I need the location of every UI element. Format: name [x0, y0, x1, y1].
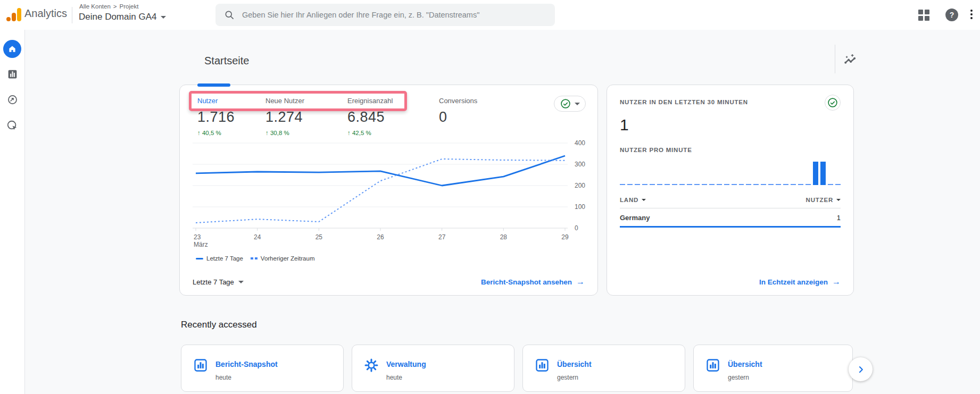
svg-text:23: 23 — [194, 233, 201, 241]
metric-label[interactable]: Ereignisanzahl — [347, 97, 393, 105]
metric-tab-nutzer[interactable]: Nutzer 1.716 ↑ 40,5 % — [197, 93, 235, 136]
property-selector[interactable]: Deine Domain GA4 — [79, 12, 166, 22]
svg-text:28: 28 — [500, 233, 508, 241]
minute-baseline-dash — [761, 184, 766, 185]
metric-value: 1.274 — [265, 109, 304, 125]
sidebar-item-explore[interactable] — [2, 89, 23, 110]
breadcrumb-property[interactable]: Projekt — [120, 3, 139, 10]
recent-card-label[interactable]: Übersicht — [728, 360, 762, 368]
minute-baseline-dash — [635, 184, 640, 185]
product-name: Analytics — [24, 7, 67, 20]
sidebar-item-home[interactable] — [2, 38, 23, 60]
minute-baseline-dash — [627, 184, 633, 185]
metric-tab-conversions[interactable]: Conversions 0 — [439, 93, 477, 125]
arrow-right-icon: → — [832, 277, 841, 287]
arrow-right-icon: → — [576, 277, 585, 287]
svg-text:27: 27 — [438, 233, 446, 241]
realtime-table-header: LAND NUTZER — [620, 197, 841, 208]
recent-card-label[interactable]: Verwaltung — [386, 360, 426, 368]
legend-item-previous: Vorheriger Zeitraum — [251, 255, 315, 262]
minute-baseline-dash — [739, 184, 744, 185]
report-snapshot-link[interactable]: Bericht-Snapshot ansehen → — [481, 277, 585, 287]
minute-bar — [820, 162, 826, 185]
sidebar-item-reports[interactable] — [2, 63, 23, 85]
minute-baseline-dash — [835, 184, 841, 185]
home-overview-card: Nutzer 1.716 ↑ 40,5 % Neue Nutzer 1.274 … — [179, 85, 598, 296]
metric-value: 6.845 — [347, 109, 393, 125]
minute-baseline-dash — [642, 184, 647, 185]
help-icon[interactable]: ? — [945, 9, 958, 21]
gear-icon — [364, 358, 379, 373]
breadcrumb-account[interactable]: Alle Konten — [79, 3, 111, 10]
topbar-divider — [72, 7, 72, 23]
svg-text:26: 26 — [377, 233, 384, 241]
realtime-status-button[interactable] — [825, 95, 841, 111]
metric-label[interactable]: Nutzer — [197, 97, 235, 105]
minute-baseline-dash — [828, 184, 833, 185]
minute-baseline-dash — [768, 184, 774, 185]
recent-card-verwaltung[interactable]: Verwaltung heute — [352, 345, 514, 392]
users-column-header[interactable]: NUTZER — [806, 197, 841, 203]
svg-text:400: 400 — [575, 139, 585, 147]
search-bar[interactable] — [215, 4, 555, 26]
top-app-bar: Analytics Alle Konten > Projekt Deine Do… — [0, 0, 980, 30]
search-input[interactable] — [242, 11, 546, 19]
insights-divider — [835, 45, 835, 73]
metric-value: 1.716 — [197, 109, 235, 125]
metric-tab-ereignisanzahl[interactable]: Ereignisanzahl 6.845 ↑ 42,5 % — [347, 93, 393, 136]
per-minute-label: NUTZER PRO MINUTE — [620, 147, 841, 153]
recently-accessed-title: Recently accessed — [181, 320, 257, 330]
breadcrumb[interactable]: Alle Konten > Projekt — [79, 3, 138, 10]
country-column-header[interactable]: LAND — [620, 197, 646, 203]
recent-card-bericht-snapshot[interactable]: Bericht-Snapshot heute — [181, 345, 344, 392]
realtime-report-link[interactable]: In Echtzeit anzeigen → — [759, 277, 841, 287]
realtime-title: NUTZER IN DEN LETZTEN 30 MINUTEN — [620, 99, 748, 105]
recent-card-label[interactable]: Übersicht — [557, 360, 592, 368]
minute-baseline-dash — [753, 184, 759, 185]
metric-tab-neue-nutzer[interactable]: Neue Nutzer 1.274 ↑ 30,8 % — [265, 93, 304, 136]
explore-icon — [7, 94, 18, 105]
insights-sparkline-icon[interactable] — [843, 53, 858, 68]
date-range-selector[interactable]: Letzte 7 Tage — [193, 278, 244, 286]
carousel-next-button[interactable] — [849, 357, 873, 381]
metric-label[interactable]: Neue Nutzer — [265, 97, 304, 105]
svg-text:0: 0 — [575, 224, 578, 232]
minute-chart — [620, 161, 841, 185]
solid-line-swatch-icon — [196, 258, 203, 259]
minute-baseline-dash — [798, 184, 803, 185]
svg-text:100: 100 — [575, 203, 585, 211]
recent-card-uebersicht-1[interactable]: Übersicht gestern — [522, 345, 685, 392]
minute-baseline-dash — [694, 184, 700, 185]
data-quality-dropdown[interactable] — [554, 96, 586, 112]
recent-card-time: gestern — [557, 374, 578, 381]
sidebar-item-advertising[interactable] — [2, 115, 23, 136]
more-vertical-icon[interactable] — [968, 9, 975, 21]
recent-card-label[interactable]: Bericht-Snapshot — [215, 360, 278, 368]
minute-baseline-dash — [687, 184, 692, 185]
check-circle-icon — [560, 98, 571, 109]
recent-card-time: gestern — [728, 374, 749, 381]
report-snapshot-icon — [535, 358, 550, 373]
metric-label[interactable]: Conversions — [439, 97, 477, 105]
minute-baseline-dash — [620, 184, 625, 185]
realtime-users-value: 1 — [620, 116, 841, 134]
chevron-right-icon — [856, 364, 866, 375]
sort-caret-icon — [642, 199, 646, 201]
left-nav-rail — [0, 30, 25, 394]
report-snapshot-icon — [705, 358, 720, 373]
recent-card-uebersicht-2[interactable]: Übersicht gestern — [693, 345, 853, 392]
minute-baseline-dash — [717, 184, 722, 185]
minute-baseline-dash — [776, 184, 781, 185]
recent-card-time: heute — [386, 374, 402, 381]
legend-item-current: Letzte 7 Tage — [196, 255, 243, 262]
analytics-logo-icon — [6, 8, 21, 22]
sort-caret-icon — [836, 199, 841, 201]
realtime-card: NUTZER IN DEN LETZTEN 30 MINUTEN 1 NUTZE… — [607, 85, 854, 296]
minute-baseline-dash — [665, 184, 670, 185]
check-circle-icon — [827, 97, 838, 108]
apps-grid-icon[interactable] — [918, 9, 931, 21]
minute-baseline-dash — [746, 184, 751, 185]
chevron-down-icon — [238, 281, 244, 283]
search-icon — [224, 10, 235, 20]
minute-baseline-dash — [702, 184, 707, 185]
